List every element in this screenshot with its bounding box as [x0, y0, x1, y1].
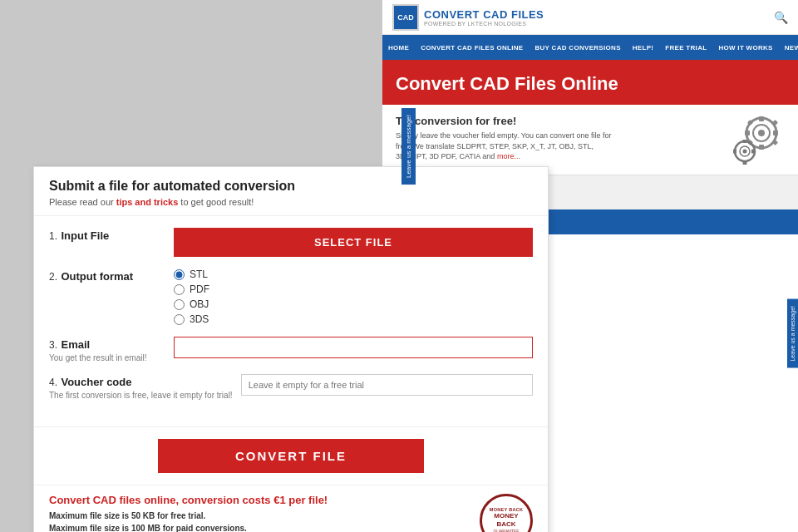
email-sublabel: You get the result in email! — [49, 353, 165, 362]
format-obj-radio[interactable] — [174, 299, 185, 310]
format-3ds-radio[interactable] — [174, 314, 185, 325]
site-header: CAD CONVERT CAD FILES POWERED BY LKTECH … — [382, 0, 798, 35]
logo-title: CONVERT CAD FILES — [424, 8, 544, 21]
output-format-row: 2. Output format STL PDF OBJ — [49, 268, 533, 325]
format-stl-label: STL — [190, 268, 208, 280]
promo-text: Convert CAD files online, conversion cos… — [49, 494, 344, 506]
input-file-row: 1. Input File SELECT FILE — [49, 228, 533, 257]
format-pdf-radio[interactable] — [174, 284, 185, 295]
format-pdf-label: PDF — [190, 283, 209, 295]
convert-button-row: CONVERT FILE — [34, 439, 548, 485]
money-back-badge: MONEY BACK MONEYBACK GUARANTEE — [480, 494, 533, 532]
nav-home[interactable]: HOME — [382, 35, 415, 60]
nav-trial[interactable]: FREE TRIAL — [659, 35, 712, 60]
form-subtitle: Please read our tips and tricks to get g… — [49, 197, 533, 207]
logo-text-area: CONVERT CAD FILES POWERED BY LKTECH NOLO… — [424, 8, 544, 27]
nav-buy[interactable]: BUY CAD CONVERSIONS — [529, 35, 626, 60]
svg-point-13 — [743, 150, 747, 154]
svg-point-2 — [758, 130, 765, 136]
nav-help[interactable]: HELP! — [627, 35, 660, 60]
hero-title: Convert CAD Files Online — [396, 73, 785, 95]
info-line-2: Maximum file size is 100 MB for paid con… — [49, 522, 344, 532]
input-file-control: SELECT FILE — [174, 228, 533, 257]
form-divider — [34, 426, 548, 427]
try-title: Try conversion for free! — [396, 115, 612, 127]
voucher-num: 4. — [49, 377, 57, 388]
email-control — [174, 337, 533, 358]
message-tab-right[interactable]: Leave us a message! — [787, 299, 798, 368]
email-label: Email — [61, 338, 90, 351]
svg-rect-5 — [745, 131, 750, 135]
info-line-1: Maximum file size is 50 KB for free tria… — [49, 510, 344, 522]
voucher-sublabel: The first conversion is free, leave it e… — [49, 391, 233, 400]
nav-news[interactable]: NEWS — [779, 35, 798, 60]
input-file-label: Input File — [61, 229, 109, 242]
svg-rect-6 — [773, 131, 778, 135]
bottom-info-section: Convert CAD files online, conversion cos… — [34, 485, 548, 532]
gears-image — [727, 115, 785, 165]
voucher-control — [241, 374, 533, 396]
format-pdf-option[interactable]: PDF — [174, 283, 533, 295]
money-back-main-text: MONEYBACK — [494, 512, 518, 528]
email-label-col: 3. Email You get the result in email! — [49, 337, 165, 362]
format-obj-option[interactable]: OBJ — [174, 298, 533, 310]
output-format-control: STL PDF OBJ 3DS — [174, 268, 533, 325]
voucher-label: Voucher code — [61, 376, 131, 388]
try-text: Try conversion for free! Simply leave th… — [396, 115, 612, 162]
format-stl-radio[interactable] — [174, 269, 185, 280]
input-file-num: 1. — [49, 230, 57, 242]
format-radio-group: STL PDF OBJ 3DS — [174, 268, 533, 325]
format-obj-label: OBJ — [190, 298, 209, 310]
try-more-link[interactable]: more... — [497, 152, 520, 160]
logo-subtitle: POWERED BY LKTECH NOLOGIES — [424, 21, 544, 27]
hero-banner: Convert CAD Files Online — [382, 60, 798, 105]
money-back-guarantee-text: GUARANTEE — [493, 529, 519, 532]
nav-convert[interactable]: CONVERT CAD FILES ONLINE — [415, 35, 529, 60]
format-stl-option[interactable]: STL — [174, 268, 533, 280]
convert-file-button[interactable]: CONVERT FILE — [158, 439, 424, 473]
select-file-button[interactable]: SELECT FILE — [174, 228, 533, 257]
nav-how[interactable]: HOW IT WORKS — [712, 35, 778, 60]
email-row: 3. Email You get the result in email! — [49, 337, 533, 362]
try-description: Simply leave the voucher field empty. Yo… — [396, 131, 612, 162]
input-file-label-col: 1. Input File — [49, 228, 165, 243]
logo-box: CAD — [392, 4, 419, 31]
svg-rect-15 — [743, 161, 747, 165]
format-3ds-label: 3DS — [190, 313, 209, 325]
form-title: Submit a file for automated conversion — [49, 179, 533, 194]
message-tab[interactable]: Leave us a message! — [401, 108, 416, 185]
output-format-label: Output format — [61, 270, 133, 283]
form-header: Submit a file for automated conversion P… — [34, 167, 548, 216]
svg-rect-16 — [733, 150, 736, 154]
logo-cad-text: CAD — [397, 13, 414, 22]
email-num: 3. — [49, 339, 57, 351]
voucher-label-col: 4. Voucher code The first conversion is … — [49, 374, 233, 400]
svg-rect-14 — [743, 140, 747, 143]
output-format-label-col: 2. Output format — [49, 268, 165, 283]
email-input[interactable] — [174, 337, 533, 358]
voucher-input[interactable] — [241, 374, 533, 396]
svg-rect-3 — [759, 116, 764, 121]
format-3ds-option[interactable]: 3DS — [174, 313, 533, 325]
form-body: 1. Input File SELECT FILE 2. Output form… — [34, 216, 548, 423]
site-nav: HOME CONVERT CAD FILES ONLINE BUY CAD CO… — [382, 35, 798, 60]
try-section: Try conversion for free! Simply leave th… — [382, 105, 798, 175]
svg-rect-4 — [759, 145, 764, 150]
search-icon[interactable]: 🔍 — [774, 11, 788, 24]
output-format-num: 2. — [49, 271, 57, 283]
logo-area: CAD CONVERT CAD FILES POWERED BY LKTECH … — [392, 4, 544, 31]
svg-rect-17 — [751, 150, 755, 154]
voucher-row: 4. Voucher code The first conversion is … — [49, 374, 533, 400]
bottom-info-text: Convert CAD files online, conversion cos… — [49, 494, 344, 532]
conversion-form: Submit a file for automated conversion P… — [33, 166, 549, 532]
tips-link[interactable]: tips and tricks — [116, 197, 179, 207]
